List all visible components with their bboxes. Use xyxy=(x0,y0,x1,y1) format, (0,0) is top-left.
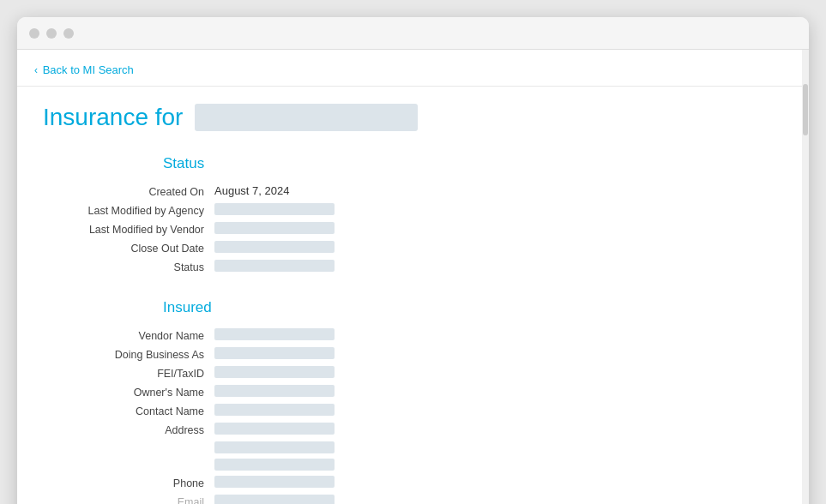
value-vendor-name xyxy=(214,328,335,340)
back-link-label: Back to MI Search xyxy=(43,63,134,76)
value-close-out-date xyxy=(214,241,335,253)
page-title-prefix: Insurance for xyxy=(43,104,183,131)
status-section-heading: Status xyxy=(43,155,783,172)
value-address-2 xyxy=(214,441,335,453)
back-link[interactable]: ‹ Back to MI Search xyxy=(34,63,134,76)
label-close-out-date: Close Out Date xyxy=(43,241,214,255)
value-last-modified-agency xyxy=(214,203,335,215)
chevron-left-icon: ‹ xyxy=(34,64,38,76)
value-email xyxy=(214,495,335,504)
field-row-doing-business-as: Doing Business As xyxy=(43,347,783,361)
label-doing-business-as: Doing Business As xyxy=(43,347,214,361)
title-bar xyxy=(17,17,809,50)
label-address-2 xyxy=(43,441,214,443)
value-fei-taxid xyxy=(214,366,335,378)
field-row-close-out-date: Close Out Date xyxy=(43,241,783,255)
field-row-contact-name: Contact Name xyxy=(43,404,783,417)
field-row-email: Email xyxy=(43,495,783,504)
minimize-button[interactable] xyxy=(46,28,57,39)
label-email: Email xyxy=(43,495,214,504)
close-button[interactable] xyxy=(29,28,39,39)
label-fei-taxid: FEI/TaxID xyxy=(43,366,214,380)
label-status: Status xyxy=(43,260,214,273)
value-last-modified-vendor xyxy=(214,222,335,234)
scrollbar-track[interactable] xyxy=(802,50,809,504)
value-contact-name xyxy=(214,404,335,416)
scrollbar-thumb[interactable] xyxy=(803,84,808,135)
page-title-value-placeholder xyxy=(195,104,418,131)
field-row-last-modified-vendor: Last Modified by Vendor xyxy=(43,222,783,236)
label-address-3 xyxy=(43,459,214,460)
field-row-address-2 xyxy=(43,441,783,453)
field-row-address-3 xyxy=(43,459,783,471)
label-contact-name: Contact Name xyxy=(43,404,214,417)
field-row-vendor-name: Vendor Name xyxy=(43,328,783,342)
value-owners-name xyxy=(214,385,335,397)
field-row-fei-taxid: FEI/TaxID xyxy=(43,366,783,380)
field-row-last-modified-agency: Last Modified by Agency xyxy=(43,203,783,217)
field-row-address: Address xyxy=(43,423,783,436)
field-row-status: Status xyxy=(43,260,783,273)
main-content: Insurance for Status Created On August 7… xyxy=(17,87,809,504)
label-last-modified-vendor: Last Modified by Vendor xyxy=(43,222,214,236)
label-phone: Phone xyxy=(43,476,214,489)
label-created-on: Created On xyxy=(43,184,214,198)
value-status xyxy=(214,260,335,272)
value-doing-business-as xyxy=(214,347,335,359)
label-last-modified-agency: Last Modified by Agency xyxy=(43,203,214,217)
back-nav: ‹ Back to MI Search xyxy=(17,50,809,87)
maximize-button[interactable] xyxy=(63,28,74,39)
status-section: Status Created On August 7, 2024 Last Mo… xyxy=(43,155,783,273)
field-row-owners-name: Owner's Name xyxy=(43,385,783,399)
label-address: Address xyxy=(43,423,214,436)
label-vendor-name: Vendor Name xyxy=(43,328,214,342)
field-row-phone: Phone xyxy=(43,476,783,489)
label-owners-name: Owner's Name xyxy=(43,385,214,399)
value-address-1 xyxy=(214,423,335,435)
insured-section-heading: Insured xyxy=(43,299,783,316)
insured-section: Insured Vendor Name Doing Business As FE… xyxy=(43,299,783,504)
value-created-on: August 7, 2024 xyxy=(214,184,289,197)
field-row-created-on: Created On August 7, 2024 xyxy=(43,184,783,198)
value-address-3 xyxy=(214,459,335,471)
page-title-area: Insurance for xyxy=(43,104,783,131)
app-window: ‹ Back to MI Search Insurance for Status… xyxy=(17,17,809,504)
value-phone xyxy=(214,476,335,488)
